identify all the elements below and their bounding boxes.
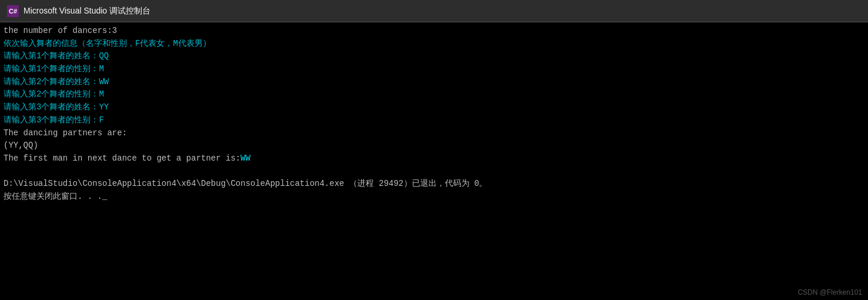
console-line-2: 依次输入舞者的信息（名字和性别，F代表女，M代表男） — [4, 38, 864, 51]
console-line-8: 请输入第3个舞者的性别：F — [4, 114, 864, 127]
console-line-7: 请输入第3个舞者的姓名：YY — [4, 101, 864, 114]
console-line-13: D:\VisualStudio\ConsoleApplication4\x64\… — [4, 178, 864, 191]
window-title: Microsoft Visual Studio 调试控制台 — [24, 6, 150, 16]
console-line-4: 请输入第1个舞者的性别：M — [4, 63, 864, 76]
console-line-9: The dancing partners are: — [4, 127, 864, 140]
console-line-6: 请输入第2个舞者的性别：M — [4, 88, 864, 101]
app-icon: C# — [7, 5, 19, 17]
console-line-14: 按任意键关闭此窗口. . ._ — [4, 191, 864, 204]
console-output: the number of dancers:3 依次输入舞者的信息（名字和性别，… — [0, 22, 868, 300]
console-line-1: the number of dancers:3 — [4, 25, 864, 38]
console-line-10: (YY,QQ) — [4, 139, 864, 152]
console-line-12 — [4, 165, 864, 178]
console-line-11: The first man in next dance to get a par… — [4, 152, 864, 165]
title-bar: C# Microsoft Visual Studio 调试控制台 — [0, 0, 868, 22]
console-line-5: 请输入第2个舞者的姓名：WW — [4, 76, 864, 89]
watermark: CSDN @Flerken101 — [797, 288, 862, 296]
highlight-ww: WW — [240, 154, 250, 163]
console-line-3: 请输入第1个舞者的姓名：QQ — [4, 50, 864, 63]
